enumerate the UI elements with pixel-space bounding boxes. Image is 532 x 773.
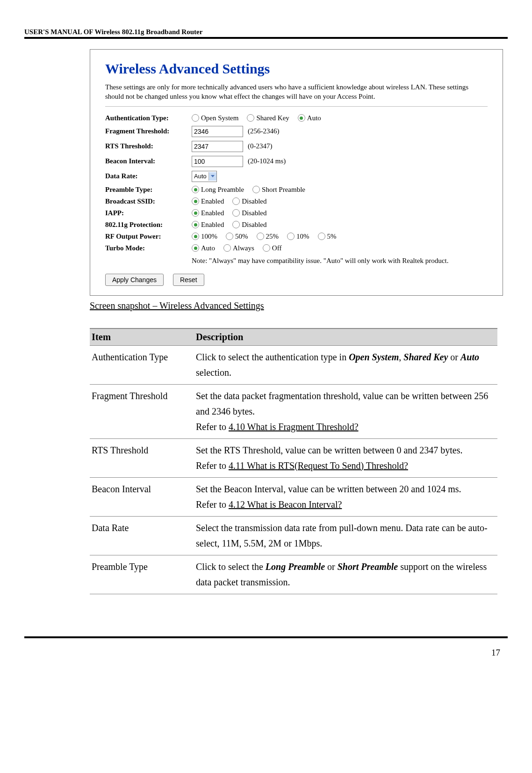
- row-broadcast-ssid: Broadcast SSID: Enabled Disabled: [105, 197, 488, 205]
- radio-ssid-disabled[interactable]: [232, 197, 240, 205]
- radio-rf-5[interactable]: [318, 233, 325, 240]
- table-header-item: Item: [90, 328, 194, 346]
- radio-label-turbo-auto: Auto: [201, 244, 215, 252]
- table-cell-description: Set the RTS Threshold, value can be writ…: [194, 438, 497, 477]
- label-beacon-interval: Beacon Interval:: [105, 157, 192, 165]
- radio-label-auto: Auto: [307, 114, 321, 122]
- radio-turbo-off[interactable]: [263, 244, 270, 252]
- table-row: Fragment ThresholdSet the data packet fr…: [90, 384, 497, 438]
- table-row: RTS ThresholdSet the RTS Threshold, valu…: [90, 438, 497, 477]
- row-preamble-type: Preamble Type: Long Preamble Short Pream…: [105, 186, 488, 194]
- radio-label-shared-key: Shared Key: [256, 114, 289, 122]
- table-cell-description: Click to select the authentication type …: [194, 345, 497, 384]
- table-row: Authentication TypeClick to select the a…: [90, 345, 497, 384]
- table-cell-item: Fragment Threshold: [90, 384, 194, 438]
- table-cell-item: Authentication Type: [90, 345, 194, 384]
- radio-label-rf-5: 5%: [327, 233, 337, 241]
- radio-label-turbo-always: Always: [233, 244, 254, 252]
- screenshot-caption: Screen snapshot – Wireless Advanced Sett…: [90, 300, 503, 311]
- radio-rf-50[interactable]: [226, 233, 233, 240]
- table-cell-description: Set the data packet fragmentation thresh…: [194, 384, 497, 438]
- table-cell-description: Select the transmission data rate from p…: [194, 516, 497, 555]
- radio-protection-disabled[interactable]: [232, 221, 240, 228]
- row-authentication-type: Authentication Type: Open System Shared …: [105, 114, 488, 122]
- radio-iapp-enabled[interactable]: [192, 209, 199, 217]
- row-fragment-threshold: Fragment Threshold: (256-2346): [105, 126, 488, 137]
- radio-rf-10[interactable]: [287, 233, 295, 240]
- input-beacon-interval[interactable]: [192, 156, 243, 167]
- table-cell-description: Click to select the Long Preamble or Sho…: [194, 555, 497, 594]
- radio-turbo-auto[interactable]: [192, 244, 199, 252]
- radio-label-protection-enabled: Enabled: [201, 221, 224, 229]
- table-cell-description: Set the Beacon Interval, value can be wr…: [194, 477, 497, 516]
- row-data-rate: Data Rate: Auto: [105, 171, 488, 182]
- radio-rf-100[interactable]: [192, 233, 199, 240]
- row-beacon-interval: Beacon Interval: (20-1024 ms): [105, 156, 488, 167]
- range-rts-threshold: (0-2347): [248, 142, 273, 150]
- input-fragment-threshold[interactable]: [192, 126, 243, 137]
- radio-label-short-preamble: Short Preamble: [262, 186, 305, 194]
- radio-label-ssid-enabled: Enabled: [201, 197, 224, 205]
- radio-label-protection-disabled: Disabled: [242, 221, 266, 229]
- range-fragment-threshold: (256-2346): [248, 127, 280, 135]
- radio-open-system[interactable]: [192, 114, 199, 122]
- reset-button[interactable]: Reset: [173, 274, 204, 286]
- screenshot-panel: Wireless Advanced Settings These setting…: [90, 49, 503, 296]
- label-data-rate: Data Rate:: [105, 172, 192, 180]
- label-broadcast-ssid: Broadcast SSID:: [105, 197, 192, 205]
- table-header-description: Description: [194, 328, 497, 346]
- radio-iapp-disabled[interactable]: [232, 209, 240, 217]
- radio-shared-key[interactable]: [247, 114, 254, 122]
- row-iapp: IAPP: Enabled Disabled: [105, 209, 488, 217]
- screenshot-rule: [105, 106, 488, 107]
- table-row: Beacon IntervalSet the Beacon Interval, …: [90, 477, 497, 516]
- turbo-note: Note: "Always" may have compatibility is…: [192, 256, 488, 265]
- radio-label-ssid-disabled: Disabled: [242, 197, 266, 205]
- label-rts-threshold: RTS Threshold:: [105, 142, 192, 150]
- screenshot-title: Wireless Advanced Settings: [105, 61, 488, 77]
- select-data-rate[interactable]: Auto: [192, 171, 217, 182]
- label-preamble-type: Preamble Type:: [105, 186, 192, 194]
- radio-label-iapp-enabled: Enabled: [201, 209, 224, 217]
- table-cell-item: Beacon Interval: [90, 477, 194, 516]
- page-footer: 17: [24, 636, 508, 658]
- input-rts-threshold[interactable]: [192, 141, 243, 152]
- description-table: Item Description Authentication TypeClic…: [90, 328, 497, 594]
- table-row: Preamble TypeClick to select the Long Pr…: [90, 555, 497, 594]
- page-header: USER'S MANUAL OF Wireless 802.11g Broadb…: [24, 28, 508, 37]
- table-cell-item: Preamble Type: [90, 555, 194, 594]
- page-number: 17: [491, 648, 500, 657]
- label-rf-output-power: RF Output Power:: [105, 233, 192, 241]
- radio-turbo-always[interactable]: [223, 244, 231, 252]
- radio-rf-25[interactable]: [257, 233, 264, 240]
- screenshot-description: These settings are only for more technic…: [105, 82, 488, 102]
- label-fragment-threshold: Fragment Threshold:: [105, 127, 192, 135]
- radio-label-turbo-off: Off: [272, 244, 282, 252]
- table-cell-item: RTS Threshold: [90, 438, 194, 477]
- apply-changes-button[interactable]: Apply Changes: [105, 274, 164, 286]
- label-authentication-type: Authentication Type:: [105, 114, 192, 122]
- label-iapp: IAPP:: [105, 209, 192, 217]
- row-protection: 802.11g Protection: Enabled Disabled: [105, 221, 488, 229]
- radio-short-preamble[interactable]: [252, 186, 260, 193]
- row-turbo-mode: Turbo Mode: Auto Always Off: [105, 244, 488, 252]
- row-rf-output-power: RF Output Power: 100% 50% 25% 10% 5%: [105, 233, 488, 241]
- radio-auto[interactable]: [298, 114, 305, 122]
- table-cell-item: Data Rate: [90, 516, 194, 555]
- radio-label-iapp-disabled: Disabled: [242, 209, 266, 217]
- radio-long-preamble[interactable]: [192, 186, 199, 193]
- radio-label-rf-100: 100%: [201, 233, 217, 241]
- range-beacon-interval: (20-1024 ms): [248, 157, 286, 165]
- label-protection: 802.11g Protection:: [105, 221, 192, 229]
- radio-label-rf-25: 25%: [266, 233, 279, 241]
- radio-protection-enabled[interactable]: [192, 221, 199, 228]
- radio-label-long-preamble: Long Preamble: [201, 186, 244, 194]
- table-row: Data RateSelect the transmission data ra…: [90, 516, 497, 555]
- header-rule: [24, 37, 508, 39]
- radio-ssid-enabled[interactable]: [192, 197, 199, 205]
- select-data-rate-value: Auto: [194, 173, 207, 180]
- chevron-down-icon: [208, 172, 216, 181]
- radio-label-rf-50: 50%: [235, 233, 248, 241]
- label-turbo-mode: Turbo Mode:: [105, 244, 192, 252]
- radio-label-open-system: Open System: [201, 114, 238, 122]
